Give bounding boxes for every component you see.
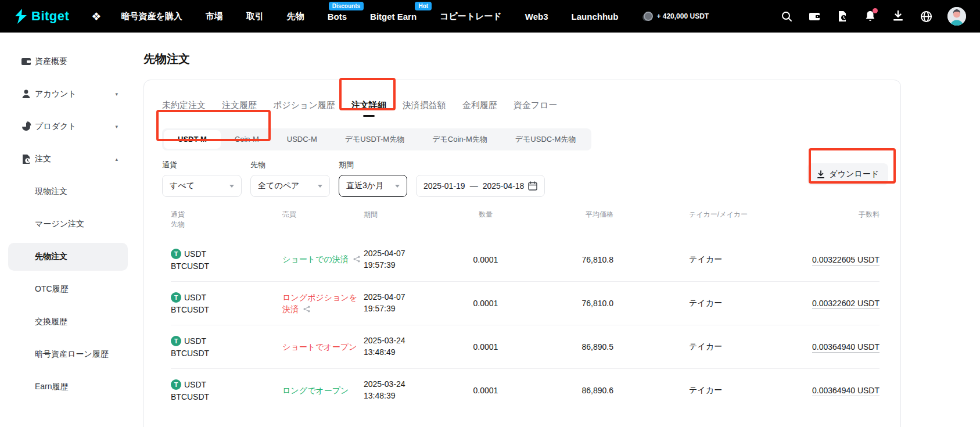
tab-funding-fee-history[interactable]: 金利履歴 [462,100,497,117]
tab-position-history[interactable]: ポジション履歴 [273,100,335,117]
share-icon[interactable] [353,256,360,263]
table-row: TUSDT BTCUSDT ショートでオープン 2025-03-2413:48:… [171,325,880,368]
tab-capital-flow[interactable]: 資金フロー [514,100,558,117]
orders-doc-clock-icon [21,154,31,164]
apps-grid-icon[interactable]: ❖ [91,10,101,23]
coin-icon [644,12,653,21]
sidebar-item-products[interactable]: プロダクト ▾ [0,110,143,143]
fee-cell: 0.00322602 USDT [764,299,880,308]
role-cell: テイカー [689,385,764,396]
subtab-demo-coin-m[interactable]: デモCoin-M先物 [418,130,501,149]
tab-order-history[interactable]: 注文履歴 [222,100,257,117]
wallet-icon[interactable] [808,10,821,23]
sidebar-item-spot-orders[interactable]: 現物注文 [0,175,143,208]
orders-history-icon[interactable] [836,10,849,23]
download-button[interactable]: ダウンロード [807,163,888,185]
chevron-down-icon: ▾ [115,91,118,97]
sidebar-item-margin-orders[interactable]: マージン注文 [0,208,143,241]
download-icon [817,170,825,179]
chevron-down-icon [395,185,400,188]
side-cell: ロングポジションを決済 [282,292,364,315]
sidebar-item-futures-orders[interactable]: 先物注文 [8,243,128,271]
nav-item-web3[interactable]: Web3 [525,12,548,21]
language-globe-icon[interactable] [920,10,932,23]
nav-item-launchhub[interactable]: Launchhub [572,12,619,21]
fee-cell: 0.00364940 USDT [764,386,880,395]
nav-item-trade[interactable]: 取引 [246,11,264,22]
sidebar-item-convert-history[interactable]: 交換履歴 [0,306,143,338]
futures-pair-select[interactable]: 全てのペア [250,175,330,197]
price-cell: 86,890.6 [518,386,613,395]
nav-item-copy-trading[interactable]: コピートレード [440,11,502,22]
qty-cell: 0.0001 [454,386,518,395]
table-header: 通貨先物 売買 期間 数量 平均価格 テイカー/メイカー 手数料 [171,210,880,238]
nav-item-futures[interactable]: 先物 [287,11,304,22]
side-cell: ロングでオープン [282,385,364,396]
tab-realized-pnl[interactable]: 決済損益額 [403,100,446,117]
fee-cell: 0.00364940 USDT [764,342,880,351]
usdt-token-icon: T [171,249,181,259]
calendar-icon [528,181,537,191]
role-cell: テイカー [689,342,764,352]
coin-cell: TUSDT BTCUSDT [171,336,282,358]
nav-item-buy-crypto[interactable]: 暗号資産を購入 [121,11,182,22]
time-cell: 2025-04-0719:57:39 [364,292,454,314]
search-icon[interactable] [780,10,793,23]
usdt-token-icon: T [171,379,181,390]
subtab-demo-usdt-m[interactable]: デモUSDT-M先物 [331,130,418,149]
futures-orders-card: 未約定注文 注文履歴 ポジション履歴 注文詳細 決済損益額 金利履歴 資金フロー… [143,80,901,427]
bitget-logo-icon [14,9,28,24]
qty-cell: 0.0001 [454,299,518,308]
discounts-badge: Discounts [329,2,364,10]
time-cell: 2025-03-2413:48:49 [364,335,454,358]
nav-item-bitget-earn[interactable]: Bitget Earn Hot [370,12,417,21]
subtab-usdc-m[interactable]: USDC-M [273,130,331,149]
date-range-start: 2025-01-19 [423,181,465,191]
qty-cell: 0.0001 [454,255,518,264]
filter-bar: 通貨 すべて 先物 全てのペア 期間 直近3か月 [162,160,882,197]
coin-cell: TUSDT BTCUSDT [171,379,282,401]
download-app-icon[interactable] [892,10,904,23]
orders-table: 通貨先物 売買 期間 数量 平均価格 テイカー/メイカー 手数料 TUSDT B… [171,210,880,412]
nav-item-markets[interactable]: 市場 [206,11,223,22]
subtab-demo-usdc-m[interactable]: デモUSDC-M先物 [501,130,590,149]
period-select[interactable]: 直近3か月 [339,175,407,197]
usdt-token-icon: T [171,336,181,346]
chevron-up-icon: ▴ [115,156,118,162]
bitget-logo[interactable]: Bitget [14,9,69,24]
subtab-usdt-m[interactable]: USDT-M [164,130,221,149]
date-range-picker[interactable]: 2025-01-19 — 2025-04-18 [416,175,545,197]
notifications-bell-icon[interactable] [864,10,877,23]
chevron-down-icon [229,185,234,188]
nav-actions [780,7,966,26]
sidebar-item-otc-history[interactable]: OTC履歴 [0,273,143,306]
futures-filter-label: 先物 [250,160,330,170]
sidebar-item-orders[interactable]: 注文 ▴ [0,143,143,175]
date-range-end: 2025-04-18 [483,181,525,191]
subtab-coin-m[interactable]: Coin-M [221,130,273,149]
nav-item-bots[interactable]: Bots Discounts [328,12,347,21]
nav-menu: 暗号資産を購入 市場 取引 先物 Bots Discounts Bitget E… [121,11,618,22]
share-icon[interactable] [303,306,310,313]
notification-dot [873,8,878,13]
sidebar-item-earn-history[interactable]: Earn履歴 [0,371,143,403]
sidebar-item-account[interactable]: アカウント ▾ [0,78,143,110]
sidebar-item-crypto-loan-history[interactable]: 暗号資産ローン履歴 [0,338,143,371]
page-title: 先物注文 [143,51,980,67]
coin-cell: TUSDT BTCUSDT [171,249,282,271]
currency-select[interactable]: すべて [162,175,242,197]
period-filter-label: 期間 [339,160,407,170]
currency-filter-label: 通貨 [162,160,242,170]
avatar[interactable] [947,7,966,26]
bitget-logo-text: Bitget [31,9,69,24]
active-tab-indicator [363,115,375,117]
price-cell: 76,810.8 [518,255,613,264]
table-row: TUSDT BTCUSDT ロングでオープン 2025-03-2413:48:3… [171,368,880,412]
role-cell: テイカー [689,254,764,265]
account-person-icon [21,89,31,99]
side-cell: ショートでオープン [282,341,364,353]
tab-order-details[interactable]: 注文詳細 [351,100,386,117]
sidebar-item-assets-overview[interactable]: 資産概要 [0,45,143,78]
tab-open-orders[interactable]: 未約定注文 [162,100,206,117]
balance-chip[interactable]: + 420,000 USDT [644,12,709,21]
